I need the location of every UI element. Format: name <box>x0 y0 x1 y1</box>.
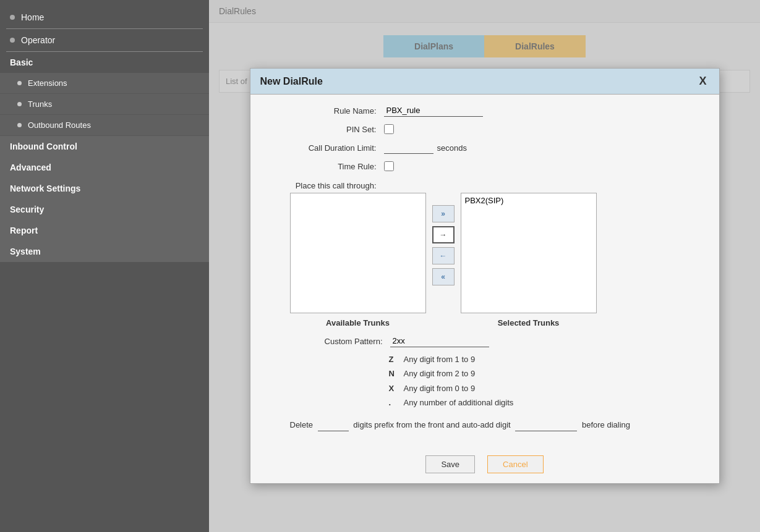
legend-row-n: N Any digit from 2 to 9 <box>389 366 704 381</box>
sidebar-label-inbound-control: Inbound Control <box>10 141 77 151</box>
sidebar-item-extensions[interactable]: Extensions <box>0 73 209 94</box>
custom-pattern-label: Custom Pattern: <box>290 337 383 346</box>
move-all-right-button[interactable]: » <box>432 205 455 222</box>
sidebar-item-operator[interactable]: Operator <box>0 29 209 51</box>
legend-key-dot: . <box>389 395 399 410</box>
sidebar-section-basic[interactable]: Basic <box>0 52 209 73</box>
sidebar-label-basic: Basic <box>10 57 33 67</box>
rule-name-row: Rule Name: <box>265 104 704 117</box>
legend-key-x: X <box>389 381 399 395</box>
bullet-outbound-routes <box>17 123 22 127</box>
bullet-extensions <box>17 81 22 85</box>
modal-title: New DialRule <box>260 76 323 87</box>
legend-row-dot: . Any number of additional digits <box>389 395 704 410</box>
call-duration-input[interactable] <box>384 141 433 154</box>
pin-set-label: PIN Set: <box>265 125 377 134</box>
cancel-button[interactable]: Cancel <box>487 455 543 473</box>
delete-text-mid: digits prefix from the front and auto-ad… <box>353 420 510 429</box>
time-rule-label: Time Rule: <box>265 162 377 171</box>
pin-set-row: PIN Set: <box>265 124 704 134</box>
selected-trunks-list[interactable]: PBX2(SIP) <box>461 193 597 313</box>
sidebar-label-network-settings: Network Settings <box>10 184 80 193</box>
modal-header: New DialRule X <box>250 69 719 95</box>
sidebar-item-trunks[interactable]: Trunks <box>0 94 209 115</box>
legend-desc-x: Any digit from 0 to 9 <box>404 381 476 395</box>
seconds-label: seconds <box>437 143 467 153</box>
delete-text-after: before dialing <box>582 420 630 429</box>
sidebar-label-outbound-routes: Outbound Routes <box>28 120 91 130</box>
place-call-label: Place this call through: <box>265 179 377 190</box>
legend-desc-n: Any digit from 2 to 9 <box>404 366 476 381</box>
modal-close-button[interactable]: X <box>696 75 709 88</box>
sidebar-label-report: Report <box>10 226 38 235</box>
modal-overlay: New DialRule X Rule Name: PIN Set: <box>209 0 760 532</box>
delete-text-before: Delete <box>290 420 314 429</box>
delete-row: Delete digits prefix from the front and … <box>290 418 704 432</box>
pin-set-checkbox[interactable] <box>384 124 394 134</box>
legend-key-n: N <box>389 366 399 381</box>
legend-desc-z: Any digit from 1 to 9 <box>404 352 476 366</box>
delete-digits-input[interactable] <box>318 419 349 431</box>
call-duration-label: Call Duration Limit: <box>265 143 377 153</box>
sidebar-label-operator: Operator <box>21 35 55 45</box>
trunk-transfer-area: » → ← « PBX2(SIP) <box>290 193 704 313</box>
rule-name-input[interactable] <box>384 104 483 117</box>
legend-desc-dot: Any number of additional digits <box>404 395 514 410</box>
auto-add-digit-input[interactable] <box>515 419 577 431</box>
bullet-home <box>10 15 15 20</box>
sidebar-label-system: System <box>10 247 41 256</box>
legend-key-z: Z <box>389 352 399 366</box>
sidebar-item-outbound-routes[interactable]: Outbound Routes <box>0 115 209 136</box>
place-call-row: Place this call through: <box>265 179 704 190</box>
sidebar-label-trunks: Trunks <box>28 99 52 109</box>
pattern-legend: Z Any digit from 1 to 9 N Any digit from… <box>389 352 704 410</box>
main-content: DialRules DialPlans DialRules List of Ne… <box>209 0 760 532</box>
available-trunks-list[interactable] <box>290 193 426 313</box>
custom-pattern-input[interactable] <box>390 335 489 347</box>
sidebar-label-security: Security <box>10 205 44 214</box>
new-dialrule-modal: New DialRule X Rule Name: PIN Set: <box>250 68 720 484</box>
bullet-operator <box>10 38 15 43</box>
app-layout: Home Operator Basic Extensions Trunks Ou… <box>0 0 760 532</box>
legend-row-z: Z Any digit from 1 to 9 <box>389 352 704 366</box>
rule-name-label: Rule Name: <box>265 106 377 116</box>
sidebar-section-report[interactable]: Report <box>0 220 209 241</box>
sidebar-section-network-settings[interactable]: Network Settings <box>0 178 209 199</box>
selected-trunks-label: Selected Trunks <box>461 318 597 327</box>
sidebar-section-advanced[interactable]: Advanced <box>0 157 209 178</box>
time-rule-row: Time Rule: <box>265 161 704 171</box>
sidebar-section-system[interactable]: System <box>0 241 209 262</box>
move-left-button[interactable]: ← <box>432 247 455 264</box>
call-duration-row: Call Duration Limit: seconds <box>265 141 704 154</box>
trunk-labels: Available Trunks Selected Trunks <box>290 318 704 327</box>
move-right-button[interactable]: → <box>432 226 455 243</box>
available-trunks-label: Available Trunks <box>290 318 426 327</box>
legend-row-x: X Any digit from 0 to 9 <box>389 381 704 395</box>
sidebar-label-extensions: Extensions <box>28 78 67 88</box>
modal-footer: Save Cancel <box>250 448 719 483</box>
transfer-buttons: » → ← « <box>432 193 455 285</box>
sidebar-label-home: Home <box>21 12 44 22</box>
save-button[interactable]: Save <box>425 455 475 473</box>
time-rule-checkbox[interactable] <box>384 161 394 171</box>
sidebar-section-security[interactable]: Security <box>0 199 209 220</box>
selected-trunk-item[interactable]: PBX2(SIP) <box>461 193 596 208</box>
custom-pattern-row: Custom Pattern: <box>290 335 704 347</box>
sidebar: Home Operator Basic Extensions Trunks Ou… <box>0 0 209 532</box>
sidebar-label-advanced: Advanced <box>10 163 51 172</box>
move-all-left-button[interactable]: « <box>432 268 455 285</box>
sidebar-section-inbound-control[interactable]: Inbound Control <box>0 136 209 157</box>
sidebar-item-home[interactable]: Home <box>0 6 209 28</box>
bullet-trunks <box>17 102 22 106</box>
modal-body: Rule Name: PIN Set: Call Duration Limit:… <box>250 95 719 448</box>
